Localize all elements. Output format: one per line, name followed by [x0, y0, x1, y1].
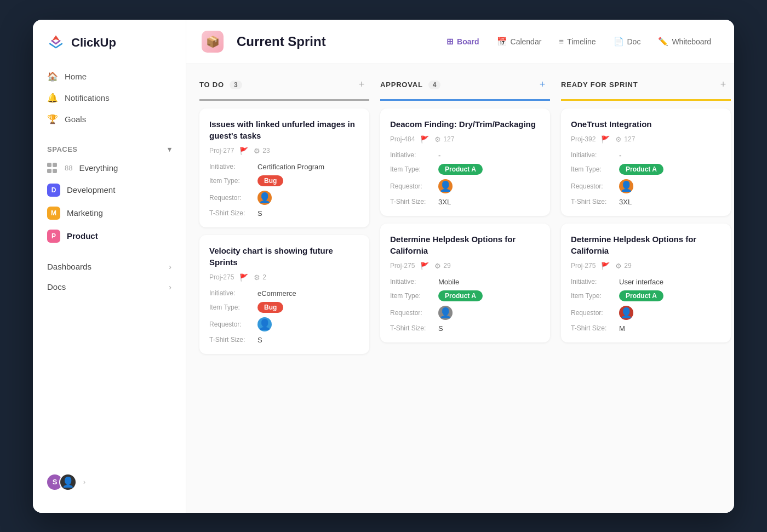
field-tshirt: T-Shirt Size: S: [209, 336, 359, 344]
sidebar-item-notifications[interactable]: 🔔 Notifications: [39, 87, 179, 108]
card-ready-1-points: ⚙ 127: [615, 135, 635, 144]
field-item-type: Item Type: Product A: [390, 164, 540, 175]
person-icon: 👤: [620, 307, 632, 319]
initiative-label: Initiative:: [571, 278, 615, 285]
tshirt-label: T-Shirt Size:: [571, 198, 615, 205]
sidebar-item-goals[interactable]: 🏆 Goals: [39, 108, 179, 130]
header-tabs: ⊞ Board 📅 Calendar ≡ Timeline 📄 Doc ✏️: [439, 32, 719, 51]
product-badge: P: [47, 230, 60, 243]
approval-add-button[interactable]: +: [535, 77, 550, 93]
tab-calendar[interactable]: 📅 Calendar: [489, 32, 550, 51]
field-requestor: Requestor: 👤: [209, 317, 359, 331]
marketing-label: Marketing: [67, 208, 103, 218]
field-initiative: Initiative: User interface: [571, 278, 721, 286]
sidebar-item-everything[interactable]: 88 Everything: [39, 158, 179, 179]
field-initiative: Initiative: -: [390, 151, 540, 159]
column-approval: APPROVAL 4 + Deacom Finding: Dry/Trim/Pa…: [380, 77, 550, 500]
tshirt-label: T-Shirt Size:: [571, 324, 615, 332]
logo: ClickUp: [33, 33, 186, 66]
requestor-avatar-5: 👤: [619, 179, 633, 193]
sidebar-item-development[interactable]: D Development: [39, 179, 179, 202]
card-ready-1-fields: Initiative: - Item Type: Product A Reque…: [571, 151, 721, 206]
field-item-type: Item Type: Product A: [390, 290, 540, 301]
field-requestor: Requestor: 👤: [209, 191, 359, 205]
initiative-value: Mobile: [438, 278, 459, 286]
tab-doc[interactable]: 📄 Doc: [606, 32, 649, 51]
product-label: Product: [67, 231, 98, 241]
column-todo-header: TO DO 3 +: [199, 77, 369, 101]
sidebar-navigation: 🏠 Home 🔔 Notifications 🏆 Goals: [33, 66, 186, 130]
card-ready-2-points: ⚙ 29: [615, 262, 631, 270]
field-requestor: Requestor: 👤: [390, 306, 540, 320]
todo-add-button[interactable]: +: [354, 77, 369, 93]
field-item-type: Item Type: Product A: [571, 290, 721, 301]
marketing-badge: M: [47, 207, 60, 220]
card-approval-2-points: ⚙ 29: [434, 262, 450, 270]
card-todo-1-meta: Proj-277 🚩 ⚙ 23: [209, 147, 359, 155]
sidebar-item-marketing[interactable]: M Marketing: [39, 202, 179, 225]
card-approval-1-id: Proj-484: [390, 135, 415, 143]
sidebar-item-home[interactable]: 🏠 Home: [39, 66, 179, 87]
ready-add-button[interactable]: +: [716, 77, 731, 93]
field-tshirt: T-Shirt Size: S: [390, 324, 540, 333]
tab-board-label: Board: [457, 37, 479, 46]
card-todo-2: Velocity chart is showing future Sprints…: [199, 235, 369, 354]
chevron-down-icon: ▾: [168, 145, 172, 153]
item-type-label: Item Type:: [390, 292, 434, 300]
product-a-badge-3: Product A: [619, 164, 663, 175]
card-todo-1: Issues with linked unfurled images in gu…: [199, 108, 369, 227]
flag-yellow-icon: 🚩: [239, 147, 248, 155]
sprint-title: Current Sprint: [237, 34, 326, 49]
card-todo-2-fields: Initiative: eCommerce Item Type: Bug Req…: [209, 289, 359, 344]
bug-badge: Bug: [257, 175, 283, 186]
product-a-badge-2: Product A: [438, 290, 483, 301]
product-a-badge: Product A: [438, 164, 483, 175]
todo-title: TO DO: [199, 81, 224, 89]
card-todo-2-points: ⚙ 2: [254, 273, 266, 282]
field-initiative: Initiative: Mobile: [390, 278, 540, 286]
points-icon: ⚙: [615, 262, 622, 270]
column-ready-header: READY FOR SPRINT +: [561, 77, 731, 101]
calendar-icon: 📅: [497, 37, 507, 47]
ready-title: READY FOR SPRINT: [561, 81, 638, 89]
bell-icon: 🔔: [47, 93, 58, 103]
initiative-value: -: [438, 151, 440, 159]
sidebar-item-dashboards[interactable]: Dashboards ›: [39, 256, 179, 277]
card-approval-1-meta: Proj-484 🚩 ⚙ 127: [390, 135, 540, 144]
card-todo-1-fields: Initiative: Certification Program Item T…: [209, 163, 359, 218]
doc-icon: 📄: [614, 37, 624, 47]
tab-whiteboard[interactable]: ✏️ Whiteboard: [650, 32, 719, 51]
points-icon: ⚙: [434, 262, 441, 270]
field-tshirt: T-Shirt Size: S: [209, 209, 359, 218]
card-todo-1-id: Proj-277: [209, 147, 234, 155]
person-icon: 👤: [259, 318, 271, 330]
spaces-section: Spaces ▾ 88 Everything D Development: [33, 130, 186, 248]
field-requestor: Requestor: 👤: [571, 179, 721, 193]
sprint-icon: 📦: [202, 31, 224, 53]
initiative-value: eCommerce: [257, 289, 296, 298]
sidebar-item-product[interactable]: P Product: [39, 225, 179, 248]
development-label: Development: [67, 185, 115, 195]
card-approval-2-meta: Proj-275 🚩 ⚙ 29: [390, 262, 540, 270]
development-badge: D: [47, 184, 60, 197]
todo-count: 3: [230, 81, 242, 89]
tshirt-value: M: [619, 324, 625, 333]
chevron-right-icon: ›: [169, 262, 171, 271]
initiative-value: -: [619, 151, 621, 159]
tshirt-label: T-Shirt Size:: [390, 198, 434, 205]
sidebar-item-docs[interactable]: Docs ›: [39, 277, 179, 297]
requestor-label: Requestor:: [390, 309, 434, 317]
card-ready-1-meta: Proj-392 🚩 ⚙ 127: [571, 135, 721, 144]
logo-text: ClickUp: [71, 36, 116, 50]
card-ready-1: OneTrust Integration Proj-392 🚩 ⚙ 127 In…: [561, 108, 731, 216]
card-todo-2-meta: Proj-275 🚩 ⚙ 2: [209, 273, 359, 282]
card-ready-2-title: Determine Helpdesk Options for Californi…: [571, 233, 721, 256]
card-ready-2-fields: Initiative: User interface Item Type: Pr…: [571, 278, 721, 333]
main-header: 📦 Current Sprint ⊞ Board 📅 Calendar ≡ Ti…: [186, 20, 734, 64]
flag-green-icon: 🚩: [420, 135, 429, 144]
approval-title: APPROVAL: [380, 81, 423, 89]
tab-timeline[interactable]: ≡ Timeline: [551, 32, 603, 50]
item-type-label: Item Type:: [209, 304, 253, 311]
tshirt-label: T-Shirt Size:: [390, 324, 434, 332]
tab-board[interactable]: ⊞ Board: [439, 32, 486, 51]
